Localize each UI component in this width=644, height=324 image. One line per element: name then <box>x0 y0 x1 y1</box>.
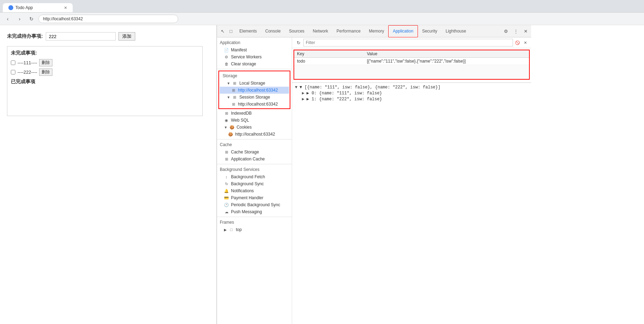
sidebar-item-notifications[interactable]: 🔔 Notifications <box>217 187 292 194</box>
local-storage-table-area: Key Value todo [{"name":"111","isw":fals… <box>294 50 530 80</box>
bg-services-section-title: Background Services <box>217 166 292 173</box>
refresh-storage-button[interactable]: ↻ <box>295 39 302 46</box>
forward-button[interactable]: › <box>15 14 24 24</box>
sidebar-item-session-storage[interactable]: ▼ ⊞ Session Storage <box>220 94 289 101</box>
notifications-icon: 🔔 <box>224 189 229 193</box>
value-cell-empty <box>364 65 529 79</box>
cookies-label: Cookies <box>237 125 252 130</box>
delete-todo-1-button[interactable]: 删除 <box>39 59 52 66</box>
sidebar-item-manifest[interactable]: 📄 Manifest <box>217 46 292 53</box>
pending-todo-label: 未完成待办事项: <box>7 33 43 39</box>
sidebar-item-cookies-url[interactable]: 🍪 http://localhost:63342 <box>217 131 292 138</box>
delete-todo-2-button[interactable]: 删除 <box>39 69 52 76</box>
tab-close-icon[interactable]: ✕ <box>64 6 67 10</box>
add-todo-button[interactable]: 添加 <box>118 32 135 41</box>
service-workers-label: Service Workers <box>231 55 262 59</box>
top-frame-label: top <box>236 227 242 232</box>
app-cache-icon: ⊞ <box>224 157 229 161</box>
browser-tabs: Todo App ✕ <box>0 0 644 13</box>
browser-tab[interactable]: Todo App ✕ <box>3 3 73 12</box>
local-storage-expand-icon: ▼ <box>227 81 230 85</box>
tab-network[interactable]: Network <box>309 25 332 37</box>
key-column-header: Key <box>294 50 364 58</box>
sidebar-item-local-storage[interactable]: ▼ ⊞ Local Storage <box>220 80 289 87</box>
console-expand-arrow-1[interactable] <box>295 85 297 90</box>
completed-title: 已完成事项 <box>11 79 199 85</box>
periodic-bg-sync-icon: 🕐 <box>224 203 229 207</box>
devtools-sidebar: Application 📄 Manifest ⚙ Service Workers… <box>217 37 292 324</box>
refresh-button[interactable]: ↻ <box>27 14 36 24</box>
device-toolbar-button[interactable]: □ <box>227 27 235 35</box>
application-section-title: Application <box>217 39 292 46</box>
main-area: 未完成待办事项: 添加 未完成事项: ----111---- 删除 ----22… <box>0 25 644 324</box>
divider-4 <box>217 217 292 217</box>
push-messaging-icon: ☁ <box>224 210 229 214</box>
sidebar-item-service-workers[interactable]: ⚙ Service Workers <box>217 53 292 60</box>
inspect-element-button[interactable]: ↖ <box>218 27 227 35</box>
tab-security[interactable]: Security <box>418 25 441 37</box>
service-workers-icon: ⚙ <box>224 55 229 59</box>
tab-sources[interactable]: Sources <box>285 25 309 37</box>
clear-filter-button[interactable]: ✕ <box>522 39 528 46</box>
manifest-icon: 📄 <box>224 48 229 52</box>
sidebar-item-payment-handler[interactable]: 💳 Payment Handler <box>217 194 292 201</box>
devtools-filter-bar: ↻ 🚫 ✕ <box>292 37 531 48</box>
todo-section: 未完成事项: ----111---- 删除 ----222---- 删除 已完成… <box>7 46 203 116</box>
key-cell-empty <box>294 65 364 79</box>
sidebar-item-bg-sync[interactable]: ↻ Background Sync <box>217 180 292 187</box>
session-storage-url-icon: ⊞ <box>231 102 236 107</box>
no-entry-icon-button[interactable]: 🚫 <box>514 39 521 46</box>
settings-icon-button[interactable]: ⚙ <box>502 27 510 35</box>
sidebar-item-app-cache[interactable]: ⊞ Application Cache <box>217 156 292 163</box>
storage-section-title: Storage <box>220 72 289 80</box>
web-sql-label: Web SQL <box>231 118 249 123</box>
todo-input[interactable] <box>46 32 116 41</box>
cookies-url-label: http://localhost:63342 <box>235 132 275 137</box>
filter-input[interactable] <box>303 39 513 46</box>
todo-add-row: 未完成待办事项: 添加 <box>7 32 209 41</box>
tab-application[interactable]: Application <box>388 25 418 37</box>
sidebar-item-indexeddb[interactable]: ⊞ IndexedDB <box>217 110 292 117</box>
push-messaging-label: Push Messaging <box>231 209 262 214</box>
address-bar: ‹ › ↻ <box>0 13 644 25</box>
tab-lighthouse[interactable]: Lighthouse <box>441 25 470 37</box>
payment-handler-icon: 💳 <box>224 196 229 200</box>
console-expand-arrow-2[interactable] <box>302 91 304 96</box>
sidebar-item-cookies[interactable]: ▼ 🍪 Cookies <box>217 124 292 131</box>
table-row-empty[interactable] <box>294 65 529 79</box>
tab-performance[interactable]: Performance <box>332 25 365 37</box>
top-frame-icon: □ <box>229 228 234 232</box>
table-row[interactable]: todo [{"name":"111","isw":false},{"name"… <box>294 58 529 65</box>
bg-fetch-label: Background Fetch <box>231 174 265 179</box>
sidebar-item-cache-storage[interactable]: ⊞ Cache Storage <box>217 149 292 156</box>
tab-console[interactable]: Console <box>261 25 285 37</box>
sidebar-item-web-sql[interactable]: ◉ Web SQL <box>217 117 292 124</box>
sidebar-item-top-frame[interactable]: ▶ □ top <box>217 226 292 233</box>
console-expand-arrow-3[interactable] <box>302 96 304 102</box>
more-options-button[interactable]: ⋮ <box>512 27 520 35</box>
back-button[interactable]: ‹ <box>3 14 13 24</box>
todo-checkbox-1[interactable] <box>11 60 15 65</box>
devtools-panel: ↖ □ Elements Console Sources Network Per… <box>217 25 531 324</box>
top-frame-expand-icon: ▶ <box>224 228 227 232</box>
periodic-bg-sync-label: Periodic Background Sync <box>231 202 280 207</box>
sidebar-item-push-messaging[interactable]: ☁ Push Messaging <box>217 208 292 215</box>
web-sql-icon: ◉ <box>224 118 229 123</box>
sidebar-item-local-storage-url[interactable]: ⊞ http://localhost:63342 <box>220 87 289 94</box>
divider-1 <box>217 69 292 69</box>
bg-fetch-icon: ↕ <box>224 175 229 179</box>
indexeddb-icon: ⊞ <box>224 111 229 116</box>
todo-checkbox-2[interactable] <box>11 70 15 74</box>
address-input[interactable] <box>38 15 178 23</box>
tab-memory[interactable]: Memory <box>365 25 388 37</box>
todo-item: ----111---- 删除 <box>11 59 199 66</box>
sidebar-item-periodic-bg-sync[interactable]: 🕐 Periodic Background Sync <box>217 201 292 208</box>
close-devtools-button[interactable]: ✕ <box>521 27 530 35</box>
sidebar-item-bg-fetch[interactable]: ↕ Background Fetch <box>217 173 292 180</box>
sidebar-item-session-storage-url[interactable]: ⊞ http://localhost:63342 <box>220 101 289 108</box>
sidebar-item-clear-storage[interactable]: 🗑 Clear storage <box>217 60 292 67</box>
todo-item-text-1: ----111---- <box>17 60 37 65</box>
cookies-url-icon: 🍪 <box>228 132 233 137</box>
tab-elements[interactable]: Elements <box>235 25 261 37</box>
cache-storage-label: Cache Storage <box>231 150 259 154</box>
